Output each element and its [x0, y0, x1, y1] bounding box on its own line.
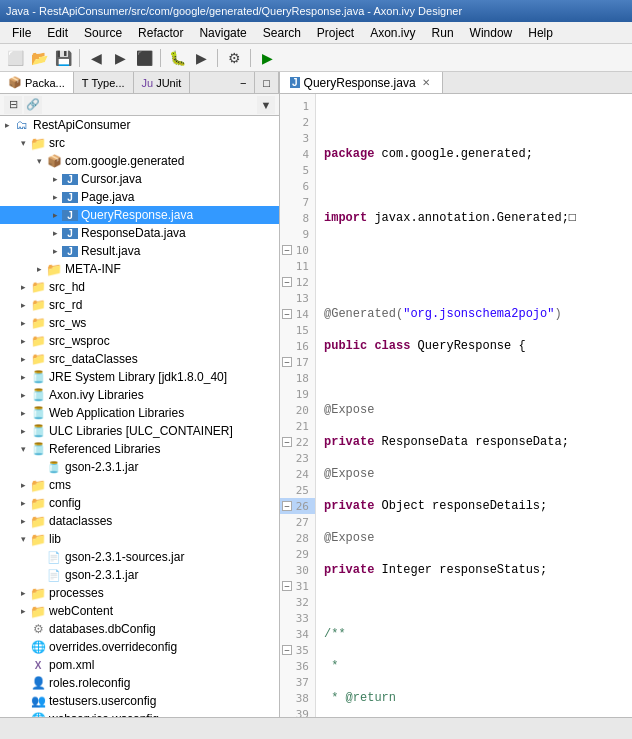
tree-item-processes[interactable]: ▸ 📁 processes	[0, 584, 279, 602]
tree-item-srcrd[interactable]: ▸ 📁 src_rd	[0, 296, 279, 314]
tree-label: JRE System Library [jdk1.8.0_40]	[49, 370, 227, 384]
maximize-btn[interactable]: □	[255, 72, 279, 93]
menu-refactor[interactable]: Refactor	[130, 24, 191, 42]
fold-icon-12[interactable]: −	[282, 277, 292, 287]
code-line-11: private ResponseData responseData;	[324, 434, 624, 450]
tree-item-page[interactable]: ▸ J Page.java	[0, 188, 279, 206]
tree-item-dbconfig[interactable]: ⚙ databases.dbConfig	[0, 620, 279, 638]
tree-item-gson-ref[interactable]: 🫙 gson-2.3.1.jar	[0, 458, 279, 476]
tree-item-overrideconfig[interactable]: 🌐 overrides.overrideconfig	[0, 638, 279, 656]
fold-icon-17[interactable]: −	[282, 357, 292, 367]
tree-item-ref-lib[interactable]: ▾ 🫙 Referenced Libraries	[0, 440, 279, 458]
tree-item-webapp-lib[interactable]: ▸ 🫙 Web Application Libraries	[0, 404, 279, 422]
toolbar-green-run[interactable]: ▶	[256, 47, 278, 69]
tree-item-result[interactable]: ▸ J Result.java	[0, 242, 279, 260]
tree-item-cursor[interactable]: ▸ J Cursor.java	[0, 170, 279, 188]
fold-icon-10[interactable]: −	[282, 245, 292, 255]
toolbar-save[interactable]: 💾	[52, 47, 74, 69]
tree-label: config	[49, 496, 81, 510]
tree-item-srcdataclasses[interactable]: ▸ 📁 src_dataClasses	[0, 350, 279, 368]
tree-item-metainf[interactable]: ▸ 📁 META-INF	[0, 260, 279, 278]
tree-arrow: ▸	[16, 516, 30, 526]
tree-arrow: ▸	[16, 372, 30, 382]
code-line-19: * @return	[324, 690, 624, 706]
src-folder-icon: 📁	[30, 280, 46, 294]
tab-type[interactable]: T Type...	[74, 72, 134, 93]
tree-item-roleconfig[interactable]: 👤 roles.roleconfig	[0, 674, 279, 692]
menu-help[interactable]: Help	[520, 24, 561, 42]
toolbar-run[interactable]: ▶	[190, 47, 212, 69]
menu-window[interactable]: Window	[462, 24, 521, 42]
view-menu-btn[interactable]: ▼	[257, 96, 275, 114]
tree-item-srchd[interactable]: ▸ 📁 src_hd	[0, 278, 279, 296]
tree-arrow: ▸	[16, 480, 30, 490]
tree-item-project[interactable]: ▸ 🗂 RestApiConsumer	[0, 116, 279, 134]
tree-item-pomxml[interactable]: X pom.xml	[0, 656, 279, 674]
linenum-38: 38	[280, 690, 315, 706]
link-editor-btn[interactable]: 🔗	[24, 96, 42, 114]
tab-junit[interactable]: Ju JUnit	[134, 72, 191, 93]
menu-search[interactable]: Search	[255, 24, 309, 42]
fold-icon-35[interactable]: −	[282, 645, 292, 655]
toolbar-new[interactable]: ⬜	[4, 47, 26, 69]
tree-item-wsconfig[interactable]: 🌐 webservice.wsconfig	[0, 710, 279, 717]
jar-icon: 📄	[46, 551, 62, 564]
toolbar-sep-4	[250, 49, 251, 67]
code-line-8: public class QueryResponse {	[324, 338, 624, 354]
toolbar-debug[interactable]: 🐛	[166, 47, 188, 69]
tree-item-srcws[interactable]: ▸ 📁 src_ws	[0, 314, 279, 332]
linenum-2: 2	[280, 114, 315, 130]
toolbar-forward[interactable]: ▶	[109, 47, 131, 69]
tree-item-srcwsproc[interactable]: ▸ 📁 src_wsproc	[0, 332, 279, 350]
fold-icon-22[interactable]: −	[282, 437, 292, 447]
fold-icon-26[interactable]: −	[282, 501, 292, 511]
tree-item-queryresponse[interactable]: ▸ J QueryResponse.java	[0, 206, 279, 224]
menu-run[interactable]: Run	[424, 24, 462, 42]
toolbar-open[interactable]: 📂	[28, 47, 50, 69]
tree-item-gson-lib[interactable]: 📄 gson-2.3.1.jar	[0, 566, 279, 584]
tree-item-webcontent[interactable]: ▸ 📁 webContent	[0, 602, 279, 620]
code-line-17: /**	[324, 626, 624, 642]
main-area: 📦 Packa... T Type... Ju JUnit − □ ⊟ 🔗 ▼	[0, 72, 632, 717]
tab-area-spacer	[443, 72, 632, 93]
collapse-all-btn[interactable]: ⊟	[4, 96, 22, 114]
tree-item-config[interactable]: ▸ 📁 config	[0, 494, 279, 512]
tree-item-jre[interactable]: ▸ 🫙 JRE System Library [jdk1.8.0_40]	[0, 368, 279, 386]
toolbar-stop[interactable]: ⬛	[133, 47, 155, 69]
tree-item-responsedata[interactable]: ▸ J ResponseData.java	[0, 224, 279, 242]
tree-item-ulc-lib[interactable]: ▸ 🫙 ULC Libraries [ULC_CONTAINER]	[0, 422, 279, 440]
tree-item-src[interactable]: ▾ 📁 src	[0, 134, 279, 152]
minimize-btn[interactable]: −	[232, 72, 255, 93]
editor-tab-queryresponse[interactable]: J QueryResponse.java ✕	[280, 72, 443, 93]
tree-arrow: ▸	[16, 300, 30, 310]
project-tree[interactable]: ▸ 🗂 RestApiConsumer ▾ 📁 src ▾ 📦 com.goog…	[0, 116, 279, 717]
tree-item-gson-sources[interactable]: 📄 gson-2.3.1-sources.jar	[0, 548, 279, 566]
code-editor[interactable]: 1 2 3 4 5 6 7 8 9 −10 11 −12 13 −14	[280, 94, 632, 717]
tree-item-dataclasses[interactable]: ▸ 📁 dataclasses	[0, 512, 279, 530]
tree-item-cms[interactable]: ▸ 📁 cms	[0, 476, 279, 494]
tree-item-axon-lib[interactable]: ▸ 🫙 Axon.ivy Libraries	[0, 386, 279, 404]
fold-icon-31[interactable]: −	[282, 581, 292, 591]
toolbar-back[interactable]: ◀	[85, 47, 107, 69]
menu-file[interactable]: File	[4, 24, 39, 42]
java-icon: J	[62, 246, 78, 257]
menu-edit[interactable]: Edit	[39, 24, 76, 42]
tree-arrow: ▸	[16, 588, 30, 598]
linenum-11: 11	[280, 258, 315, 274]
toolbar-settings[interactable]: ⚙	[223, 47, 245, 69]
tree-item-lib[interactable]: ▾ 📁 lib	[0, 530, 279, 548]
tree-label: lib	[49, 532, 61, 546]
tree-item-userconfig[interactable]: 👥 testusers.userconfig	[0, 692, 279, 710]
close-tab-icon[interactable]: ✕	[420, 77, 432, 89]
tree-item-package[interactable]: ▾ 📦 com.google.generated	[0, 152, 279, 170]
menu-source[interactable]: Source	[76, 24, 130, 42]
code-content[interactable]: package com.google.generated; import jav…	[316, 94, 632, 717]
fold-icon-14[interactable]: −	[282, 309, 292, 319]
tree-label: Page.java	[81, 190, 134, 204]
menu-project[interactable]: Project	[309, 24, 362, 42]
tab-spacer	[190, 72, 232, 93]
linenum-12: −12	[280, 274, 315, 290]
menu-navigate[interactable]: Navigate	[191, 24, 254, 42]
tab-packages[interactable]: 📦 Packa...	[0, 72, 74, 93]
menu-axon[interactable]: Axon.ivy	[362, 24, 423, 42]
